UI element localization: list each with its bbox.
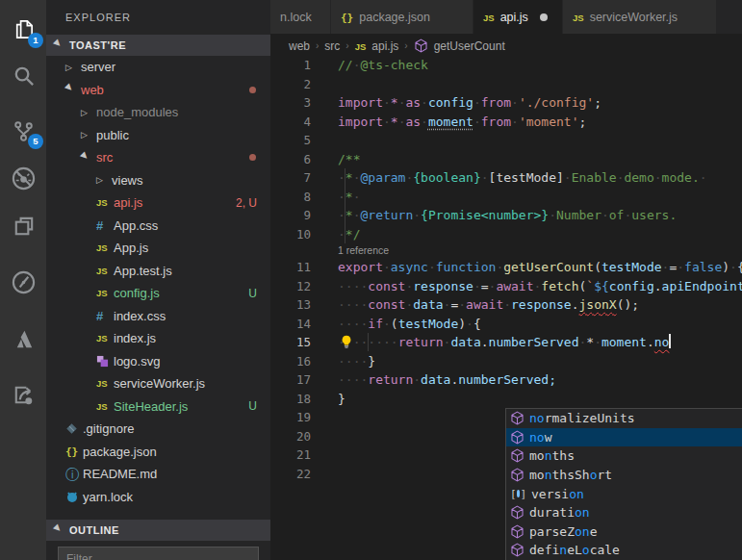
line-number: 16 (270, 352, 338, 371)
line-number: 12 (270, 277, 338, 296)
tree-item-package-json[interactable]: {}package.json (46, 441, 270, 464)
code-line-1: 1//·@ts-check (270, 56, 742, 75)
activity-item-extensions[interactable] (0, 203, 46, 249)
js-file-icon: JS (96, 197, 114, 208)
symbol-method-icon (510, 543, 525, 557)
tree-item-server[interactable]: ▷server (46, 56, 270, 79)
deploy-icon (11, 382, 37, 408)
symbol-method-icon (510, 430, 525, 445)
line-number: 8 (270, 188, 338, 207)
breadcrumb-item[interactable]: src (324, 39, 340, 53)
tab-label: serviceWorker.js (590, 11, 678, 24)
tree-item-views[interactable]: ▷views (46, 169, 270, 192)
tree-item-app-js[interactable]: JSApp.js (46, 237, 270, 260)
tree-item-src[interactable]: ▶src (46, 146, 270, 169)
breadcrumb-item[interactable]: getUserCount (434, 39, 505, 53)
tree-item-app-css[interactable]: #App.css (46, 215, 270, 238)
tab-serviceworker-js[interactable]: JSserviceWorker.js (563, 0, 717, 34)
tree-item--gitignore[interactable]: .gitignore (46, 418, 270, 441)
dirty-dot[interactable] (540, 13, 548, 21)
file-label: api.js (114, 195, 142, 210)
tab-n-lock[interactable]: n.lock (270, 0, 331, 34)
breadcrumb-item[interactable]: web (289, 39, 310, 53)
lightbulb-icon[interactable] (340, 335, 353, 348)
activity-item-deploy[interactable] (0, 371, 46, 418)
activity-item-source-control[interactable]: 5 (0, 107, 46, 153)
suggestion-duration[interactable]: duration (506, 503, 742, 522)
tree-item-serviceworker-js[interactable]: JSserviceWorker.js (46, 372, 270, 395)
suggestion-label: monthsShort (529, 468, 612, 482)
tree-item-node-modules[interactable]: ▷node_modules (46, 101, 270, 124)
js-file-icon: JS (573, 11, 584, 24)
tree-item-app-test-js[interactable]: JSApp.test.js (46, 260, 270, 283)
indent-guide (345, 168, 345, 243)
suggestion-monthsshort[interactable]: monthsShort (506, 466, 742, 485)
activity-item-explorer[interactable]: 1 (0, 6, 46, 52)
breadcrumb-item[interactable]: api.js (371, 39, 398, 53)
code-line-2: 2 (270, 75, 742, 94)
tab-api-js[interactable]: JSapi.js (473, 0, 563, 34)
line-number: 4 (270, 113, 338, 132)
file-label: serviceWorker.js (114, 376, 205, 391)
git-status-badge: 2, U (236, 196, 257, 210)
breadcrumb-separator: › (316, 40, 319, 51)
line-number: 19 (270, 408, 338, 427)
info-file-icon: ⓘ (65, 468, 83, 481)
tree-item-api-js[interactable]: JSapi.js2, U (46, 191, 270, 215)
code-line-11: 11export·async·function·getUserCount(tes… (270, 258, 742, 277)
tree-item-logo-svg[interactable]: logo.svg (46, 350, 270, 373)
line-number: 15 (270, 333, 338, 352)
activity-item-azure[interactable] (0, 316, 46, 362)
tree-item-index-js[interactable]: JSindex.js (46, 327, 270, 350)
js-file-icon: JS (96, 378, 114, 389)
suggestion-version[interactable]: []version (506, 484, 742, 503)
modified-dot (249, 154, 256, 161)
tree-item-config-js[interactable]: JSconfig.jsU (46, 282, 270, 305)
breadcrumb-separator: › (345, 40, 348, 51)
line-number: 14 (270, 315, 338, 334)
code-line-13: 13····const·data·=·await·response.jsonX(… (270, 295, 742, 315)
suggestion-label: months (529, 448, 575, 463)
symbol-method-icon (510, 524, 525, 539)
file-label: yarn.lock (83, 490, 133, 504)
suggestion-normalizeunits[interactable]: normalizeUnits (506, 409, 742, 428)
explorer-panel-title: EXPLORER (46, 0, 270, 35)
line-number: 7 (270, 168, 338, 188)
suggestion-now[interactable]: now (506, 428, 742, 447)
tree-item-siteheader-js[interactable]: JSSiteHeader.jsU (46, 395, 270, 419)
suggestion-parsezone[interactable]: parseZone (506, 522, 742, 542)
code-line-4: 4import·*·as·moment·from·'moment'; (270, 113, 742, 132)
debug-disabled-icon (11, 165, 37, 191)
activity-item-profiler[interactable] (0, 259, 46, 305)
azure-icon (11, 326, 37, 352)
tree-item-index-css[interactable]: #index.css (46, 305, 270, 328)
breadcrumb[interactable]: web›src›JSapi.js›getUserCount (270, 34, 742, 58)
line-number: 11 (270, 258, 338, 277)
git-file-icon (65, 422, 83, 435)
suggestion-months[interactable]: months (506, 446, 742, 466)
codelens-references[interactable]: 1 reference (270, 243, 742, 258)
suggestion-label: defineLocale (529, 543, 620, 557)
tree-item-yarn-lock[interactable]: yarn.lock (46, 486, 270, 509)
tab-package-json[interactable]: {}package.json (331, 0, 473, 34)
code-line-18: 18} (270, 390, 742, 409)
file-label: SiteHeader.js (114, 399, 188, 414)
chevron-collapsed-icon: ▷ (65, 63, 81, 72)
activity-bar: 15 (0, 0, 46, 560)
activity-item-search[interactable] (0, 52, 46, 98)
line-number: 20 (270, 427, 338, 446)
tree-item-readme-md[interactable]: ⓘREADME.md (46, 463, 270, 486)
line-number: 10 (270, 225, 338, 244)
outline-section-header[interactable]: ▶ OUTLINE (46, 520, 270, 541)
outline-title: OUTLINE (69, 520, 119, 541)
tree-item-public[interactable]: ▷public (46, 124, 270, 147)
project-section-header[interactable]: ▶ TOAST'RE (46, 35, 270, 56)
code-editor[interactable]: 1//·@ts-check23import·*·as·config·from·'… (270, 56, 742, 560)
intellisense-popup: normalizeUnitsnowmonthsmonthsShort[]vers… (505, 408, 742, 560)
line-number: 13 (270, 295, 338, 315)
activity-item-debug-disabled[interactable] (0, 155, 46, 201)
suggestion-definelocale[interactable]: defineLocale (506, 541, 742, 560)
extensions-icon (11, 214, 37, 240)
tree-item-web[interactable]: ▶web (46, 79, 270, 102)
outline-filter-input[interactable] (58, 547, 259, 560)
